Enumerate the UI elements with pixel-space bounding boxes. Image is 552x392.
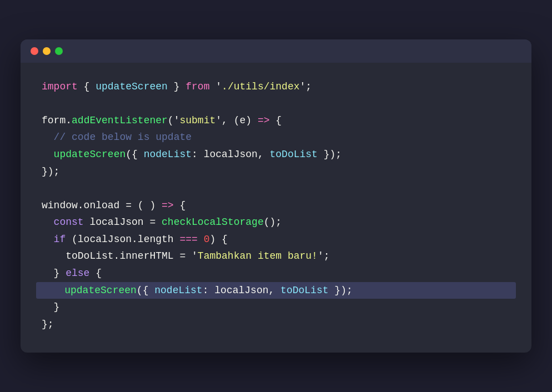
code-token: nodeList: [144, 146, 192, 163]
code-token: ';: [318, 248, 330, 265]
code-token: ', (e): [215, 112, 258, 129]
code-token: window: [42, 197, 78, 214]
code-token: Tambahkan item baru!: [198, 248, 318, 265]
code-token: : localJson,: [203, 282, 280, 299]
code-line: });: [41, 163, 511, 180]
code-token: }: [42, 299, 59, 316]
code-token: if: [54, 231, 66, 248]
code-token: from: [185, 78, 209, 96]
code-token: form: [42, 112, 66, 129]
code-token: ();: [264, 214, 282, 231]
code-token: .: [66, 112, 72, 129]
code-line: if (localJson.length === 0) {: [41, 231, 511, 248]
code-token: [42, 146, 54, 163]
code-line: import { updateScreen } from './utils/in…: [41, 78, 511, 96]
code-token: ) {: [209, 231, 227, 248]
close-button[interactable]: [31, 47, 38, 55]
code-token: localJson =: [84, 214, 162, 231]
code-token: 0: [204, 231, 210, 248]
code-blank-line: [41, 180, 511, 197]
code-token: {: [78, 78, 96, 96]
code-editor: import { updateScreen } from './utils/in…: [21, 63, 531, 353]
code-token: {: [270, 112, 282, 129]
code-token: [42, 214, 54, 231]
minimize-button[interactable]: [43, 47, 51, 55]
code-token: (': [168, 112, 180, 129]
code-token: ===: [179, 231, 197, 248]
maximize-button[interactable]: [55, 47, 63, 55]
code-line: updateScreen({ nodeList: localJson, toDo…: [36, 282, 516, 299]
code-token: ./utils/index: [222, 78, 299, 96]
code-token: updateScreen: [96, 78, 168, 96]
code-token: =>: [162, 197, 174, 214]
code-line: const localJson = checkLocalStorage();: [41, 214, 511, 231]
code-blank-line: [41, 95, 511, 112]
code-token: {: [89, 265, 102, 282]
code-line: window.onload = ( ) => {: [41, 197, 511, 214]
code-token: ({: [137, 282, 154, 299]
code-token: const: [54, 214, 84, 231]
code-token: =>: [258, 112, 270, 129]
code-token: {: [174, 197, 186, 214]
code-token: }: [42, 265, 66, 282]
code-token: // code below is update: [42, 129, 192, 146]
code-token: ({: [126, 146, 143, 163]
code-token: });: [329, 282, 353, 299]
code-token: }: [168, 78, 185, 96]
code-token: };: [42, 316, 54, 333]
code-line: updateScreen({ nodeList: localJson, toDo…: [41, 146, 511, 163]
code-token: updateScreen: [54, 146, 126, 163]
code-token: [42, 231, 54, 248]
code-line: };: [41, 316, 511, 333]
code-token: submit: [179, 112, 215, 129]
code-token: toDoList: [270, 146, 318, 163]
code-token: (localJson.length: [66, 231, 179, 248]
code-token: });: [318, 146, 342, 163]
code-token: : localJson,: [192, 146, 269, 163]
titlebar: [21, 39, 531, 63]
code-token: ': [209, 78, 222, 96]
code-token: ';: [300, 78, 312, 96]
code-token: toDoList.innerHTML = ': [42, 248, 198, 265]
code-token: checkLocalStorage: [162, 214, 264, 231]
code-token: addEventListener: [72, 112, 168, 129]
code-token: .onload = ( ): [78, 197, 162, 214]
code-token: nodeList: [154, 282, 202, 299]
code-token: else: [66, 265, 89, 282]
code-token: });: [42, 163, 59, 180]
code-token: toDoList: [280, 282, 328, 299]
code-line: } else {: [41, 265, 511, 282]
code-token: [198, 231, 204, 248]
code-token: [41, 282, 64, 299]
code-token: import: [42, 78, 78, 96]
code-line: }: [41, 299, 511, 316]
code-line: form.addEventListener('submit', (e) => {: [41, 112, 511, 129]
code-line: // code below is update: [41, 129, 511, 146]
code-line: toDoList.innerHTML = 'Tambahkan item bar…: [41, 248, 511, 265]
code-window: import { updateScreen } from './utils/in…: [21, 39, 531, 353]
code-token: updateScreen: [64, 282, 137, 299]
